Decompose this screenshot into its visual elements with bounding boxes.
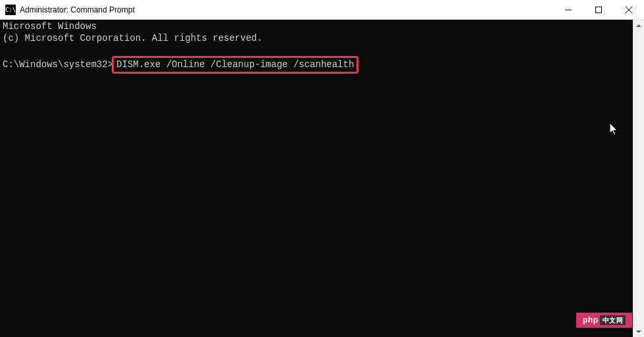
window-controls: [553, 0, 644, 19]
terminal-output[interactable]: Microsoft Windows (c) Microsoft Corporat…: [0, 20, 633, 337]
chevron-down-icon: [636, 330, 641, 333]
svg-marker-4: [636, 24, 641, 27]
scroll-down-button[interactable]: [633, 326, 644, 337]
minimize-icon: [565, 7, 572, 13]
command-text: DISM.exe /Online /Cleanup-image /scanhea…: [116, 59, 354, 70]
scroll-up-button[interactable]: [633, 20, 644, 31]
watermark-badge: php中文网: [576, 313, 632, 328]
watermark-suffix: 中文网: [600, 315, 626, 325]
scroll-track[interactable]: [633, 31, 644, 326]
prompt-text: C:\Windows\system32>: [3, 59, 113, 70]
app-icon-label: C:\: [5, 7, 16, 13]
vertical-scrollbar[interactable]: [633, 20, 644, 337]
command-highlight: DISM.exe /Online /Cleanup-image /scanhea…: [112, 56, 359, 74]
maximize-button[interactable]: [583, 0, 614, 20]
app-icon: C:\: [5, 5, 16, 15]
command-prompt-window: C:\ Administrator: Command Prompt Micros…: [0, 0, 644, 337]
svg-rect-1: [596, 7, 602, 13]
banner-line-2: (c) Microsoft Corporation. All rights re…: [3, 33, 262, 43]
banner-line-1: Microsoft Windows: [3, 21, 97, 32]
prompt-line: C:\Windows\system32>DISM.exe /Online /Cl…: [3, 59, 359, 70]
chevron-up-icon: [636, 24, 641, 27]
maximize-icon: [595, 7, 602, 13]
minimize-button[interactable]: [553, 0, 583, 20]
svg-marker-5: [636, 330, 641, 333]
close-icon: [626, 7, 632, 13]
close-button[interactable]: [614, 0, 644, 20]
titlebar[interactable]: C:\ Administrator: Command Prompt: [0, 0, 644, 20]
window-title: Administrator: Command Prompt: [20, 5, 553, 14]
watermark-text: php: [583, 315, 599, 324]
terminal-area: Microsoft Windows (c) Microsoft Corporat…: [0, 20, 644, 337]
